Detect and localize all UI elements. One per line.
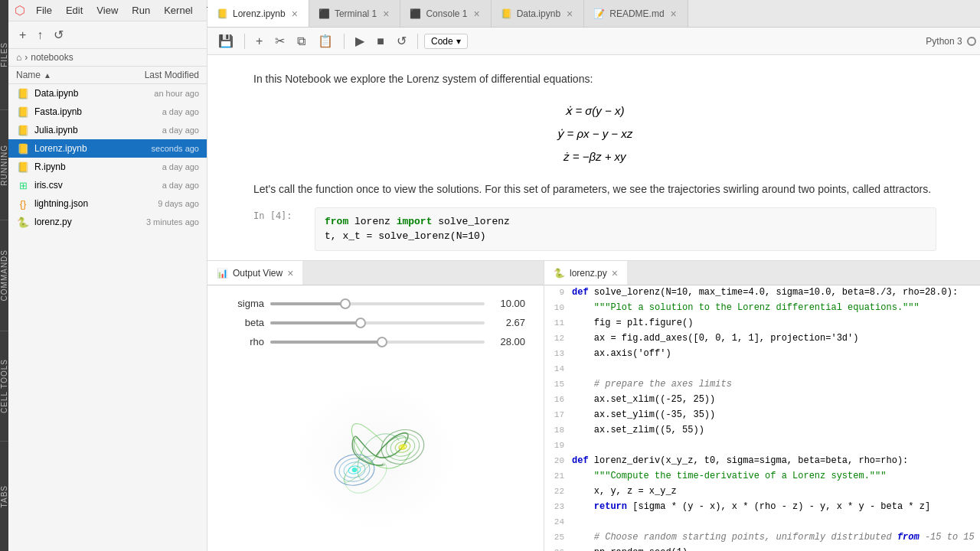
toolbar-divider-2 (344, 34, 345, 49)
code-line: 22 x, y, z = x_y_z (544, 484, 980, 500)
sidebar-section-tabs[interactable]: Tabs (0, 442, 8, 551)
sidebar-label-files[interactable]: Files (0, 36, 8, 73)
line-code: return [sigma * (y - x), x * (rho - z) -… (572, 500, 980, 515)
file-icon: 🐍 (16, 215, 30, 229)
output-panel-icon: 📊 (217, 268, 228, 279)
col-name-header[interactable]: Name ▲ (16, 70, 115, 80)
cell-prompt: In [4]: (253, 207, 315, 221)
sidebar-label-cell-tools[interactable]: Cell Tools (0, 353, 8, 419)
tab-close-icon[interactable]: × (290, 8, 299, 20)
line-code: ax.set_ylim((-35, 35)) (572, 408, 980, 423)
tab-data-ipynb[interactable]: 📒 Data.ipynb × (492, 0, 585, 27)
menu-run[interactable]: Run (126, 3, 156, 18)
file-item[interactable]: 📒 Lorenz.ipynb seconds ago (8, 139, 207, 158)
slider-value-rho: 28.00 (491, 336, 525, 347)
sidebar-section-running[interactable]: Running (0, 110, 8, 220)
tab-console-1[interactable]: ⬛ Console 1 × (400, 0, 491, 27)
equations-block: ẋ = σ(y − x) ẏ = ρx − y − xz ż = −βz + x… (253, 99, 936, 168)
file-item[interactable]: 📒 Fasta.ipynb a day ago (8, 103, 207, 121)
file-item[interactable]: 🐍 lorenz.py 3 minutes ago (8, 213, 207, 231)
line-code (572, 515, 980, 530)
lorenz-py-tab[interactable]: 🐍 lorenz.py × (544, 261, 627, 285)
folder-name[interactable]: notebooks (31, 52, 73, 63)
home-icon[interactable]: ⌂ (16, 52, 21, 63)
file-modified: seconds ago (122, 144, 199, 153)
output-tab-bar: 📊 Output View × (207, 261, 544, 285)
sidebar-label-running[interactable]: Running (0, 139, 8, 192)
slider-label-rho: rho (226, 336, 264, 347)
sidebar-section-cell-tools[interactable]: Cell Tools (0, 331, 8, 442)
refresh-button[interactable]: ↺ (51, 26, 67, 44)
code-viewer-pane: 🐍 lorenz.py × 9 def solve_lorenz(N=10, m… (544, 261, 980, 551)
file-item[interactable]: ⊞ iris.csv a day ago (8, 176, 207, 194)
file-icon: 📒 (16, 160, 30, 174)
slider-track-rho[interactable] (270, 341, 485, 344)
tab-close-icon[interactable]: × (472, 8, 482, 20)
code-cell-4: In [4]: from lorenz import solve_lorenz … (253, 207, 936, 251)
code-line: 20 def lorenz_deriv(x_y_z, t0, sigma=sig… (544, 454, 980, 469)
line-number: 17 (544, 408, 572, 423)
sidebar-label-tabs[interactable]: Tabs (0, 479, 8, 514)
line-number: 9 (544, 285, 572, 301)
file-item[interactable]: 📒 Julia.ipynb a day ago (8, 121, 207, 139)
menu-file[interactable]: File (30, 3, 58, 18)
menu-edit[interactable]: Edit (60, 3, 89, 18)
upload-button[interactable]: ↑ (34, 27, 46, 44)
tab-close-icon[interactable]: × (565, 8, 574, 20)
cut-button[interactable]: ✂ (270, 31, 289, 51)
code-line: 17 ax.set_ylim((-35, 35)) (544, 408, 980, 423)
slider-row-sigma: sigma 10.00 (226, 298, 525, 309)
output-tab-close-icon[interactable]: × (287, 267, 293, 279)
line-code (572, 362, 980, 377)
file-item[interactable]: 📒 Data.ipynb an hour ago (8, 84, 207, 103)
code-line: 11 fig = plt.figure() (544, 316, 980, 331)
file-name: Julia.ipynb (34, 125, 122, 135)
tab-icon: 📝 (593, 8, 605, 19)
file-modified: a day ago (122, 126, 199, 135)
tab-close-icon[interactable]: × (669, 8, 678, 20)
sidebar-section-files[interactable]: Files (0, 0, 8, 110)
slider-track-beta[interactable] (270, 321, 485, 324)
file-icon: 📒 (16, 86, 30, 100)
tab-label: Console 1 (426, 8, 467, 19)
file-icon: 📒 (16, 142, 30, 155)
sliders-area: sigma 10.00 beta 2.67 rho 28.00 (207, 285, 544, 361)
slider-label-sigma: sigma (226, 298, 264, 309)
code-block[interactable]: from lorenz import solve_lorenz t, x_t =… (315, 207, 936, 251)
tab-close-icon[interactable]: × (381, 8, 390, 20)
output-view-tab[interactable]: 📊 Output View × (207, 261, 302, 285)
sidebar-section-commands[interactable]: Commands (0, 220, 8, 331)
restart-button[interactable]: ↺ (392, 31, 411, 51)
line-number: 14 (544, 362, 572, 377)
col-modified-header[interactable]: Last Modified (115, 70, 199, 80)
menu-view[interactable]: View (90, 3, 124, 18)
file-list: 📒 Data.ipynb an hour ago 📒 Fasta.ipynb a… (8, 84, 207, 551)
tab-readme-md[interactable]: 📝 README.md × (584, 0, 688, 27)
stop-button[interactable]: ■ (372, 31, 389, 51)
new-file-button[interactable]: + (16, 27, 29, 44)
copy-button[interactable]: ⧉ (292, 31, 310, 51)
menu-bar: ⬡ File Edit View Run Kernel Tabs Setting… (8, 0, 207, 21)
paste-button[interactable]: 📋 (313, 31, 338, 51)
toolbar-divider-3 (417, 34, 418, 49)
sidebar-label-commands[interactable]: Commands (0, 243, 8, 307)
left-sidebar: Files Running Commands Cell Tools Tabs (0, 0, 8, 551)
run-button[interactable]: ▶ (351, 31, 369, 51)
add-cell-button[interactable]: + (251, 31, 267, 51)
file-modified: 3 minutes ago (122, 217, 199, 227)
save-button[interactable]: 💾 (214, 31, 238, 51)
tab-lorenz-ipynb[interactable]: 📒 Lorenz.ipynb × (207, 0, 309, 27)
cell-type-select[interactable]: Code ▾ (424, 34, 468, 49)
line-code: ax.set_zlim((5, 55)) (572, 423, 980, 439)
code-viewer-close-icon[interactable]: × (612, 267, 618, 279)
line-code: np.random.seed(1) (572, 546, 980, 551)
tab-terminal-1[interactable]: ⬛ Terminal 1 × (309, 0, 401, 27)
line-number: 12 (544, 331, 572, 347)
file-modified: an hour ago (122, 89, 199, 98)
slider-track-sigma[interactable] (270, 302, 485, 305)
line-code (572, 439, 980, 454)
file-item[interactable]: {} lightning.json 9 days ago (8, 194, 207, 213)
file-item[interactable]: 📒 R.ipynb a day ago (8, 158, 207, 176)
file-name: Data.ipynb (34, 88, 122, 99)
menu-kernel[interactable]: Kernel (158, 3, 199, 18)
